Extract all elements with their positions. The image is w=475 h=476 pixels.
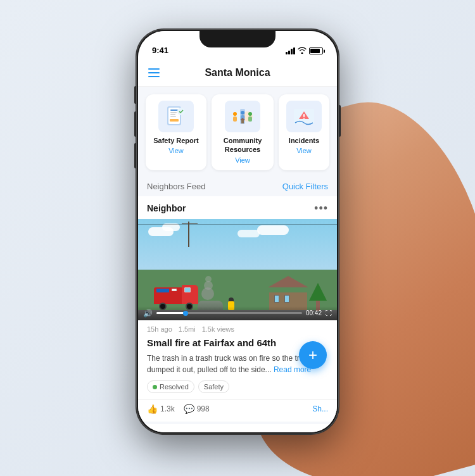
post-author: Neighbor — [147, 203, 186, 213]
svg-point-13 — [241, 111, 244, 115]
incidents-card[interactable]: Incidents View — [279, 94, 329, 170]
signal-icon — [286, 47, 295, 54]
svg-rect-21 — [303, 114, 305, 117]
video-controls: 🔊 00:42 ⛶ — [138, 306, 337, 320]
svg-rect-2 — [170, 110, 178, 111]
community-resources-card[interactable]: Community Resources View — [212, 94, 274, 170]
video-scene — [138, 219, 337, 320]
svg-rect-16 — [248, 116, 252, 122]
svg-point-22 — [303, 118, 305, 119]
comment-count: 998 — [197, 404, 210, 413]
fab-button[interactable]: + — [299, 341, 327, 369]
feed-section: Neighbors Feed Quick Filters Neighbor ••… — [138, 175, 337, 432]
second-post-author: Neighbor — [147, 431, 186, 432]
volume-down-button — [134, 143, 136, 168]
cloud — [238, 230, 260, 237]
menu-button[interactable] — [148, 68, 160, 77]
post-time: 15h ago — [147, 325, 172, 333]
truck-cab — [182, 285, 198, 304]
house-roof — [268, 276, 308, 287]
post-header: Neighbor ••• — [138, 196, 337, 219]
comment-button[interactable]: 💬 998 — [184, 404, 210, 414]
like-count: 1.3k — [160, 404, 175, 413]
thumbs-up-icon: 👍 — [147, 404, 158, 414]
svg-rect-4 — [170, 114, 175, 115]
tree-top — [309, 283, 327, 301]
comment-icon: 💬 — [184, 404, 194, 414]
incidents-link[interactable]: View — [296, 147, 312, 154]
post-actions: 👍 1.3k 💬 998 Sh... — [138, 399, 337, 422]
second-post-more-button[interactable]: ••• — [314, 430, 328, 432]
second-post-header: Neighbor ••• — [138, 424, 337, 432]
quick-filters-button[interactable]: Quick Filters — [282, 182, 328, 191]
progress-dot — [183, 311, 188, 316]
top-navigation: Santa Monica — [138, 59, 337, 87]
safety-report-link[interactable]: View — [168, 147, 184, 154]
battery-icon — [309, 47, 323, 54]
safety-tag[interactable]: Safety — [198, 380, 229, 393]
post-video[interactable]: 🔊 00:42 ⛶ — [138, 219, 337, 320]
incidents-title: Incidents — [289, 136, 319, 145]
power-button — [339, 105, 341, 137]
feed-header: Neighbors Feed Quick Filters — [138, 175, 337, 196]
safety-report-icon — [158, 101, 194, 132]
phone-screen: 9:41 — [138, 31, 337, 432]
svg-rect-6 — [170, 119, 179, 122]
phone-frame: 9:41 — [136, 29, 339, 434]
status-icons — [286, 47, 323, 55]
resolved-dot — [153, 385, 157, 389]
svg-rect-17 — [241, 120, 244, 123]
svg-point-15 — [248, 112, 252, 116]
sky — [138, 219, 337, 275]
volume-icon[interactable]: 🔊 — [143, 309, 153, 318]
video-progress-bar[interactable] — [156, 312, 302, 314]
phone-mockup: 9:41 — [136, 29, 339, 434]
share-button[interactable]: Sh... — [312, 404, 328, 413]
svg-rect-3 — [170, 112, 177, 113]
post-meta: 15h ago 1.5mi 1.5k views — [138, 320, 337, 335]
mute-button — [134, 86, 136, 104]
add-icon: + — [308, 348, 317, 363]
fullscreen-icon[interactable]: ⛶ — [326, 310, 332, 316]
resolved-tag[interactable]: Resolved — [147, 380, 194, 393]
progress-fill — [156, 312, 186, 314]
svg-point-11 — [233, 112, 237, 116]
video-time: 00:42 — [306, 310, 322, 316]
wifi-icon — [298, 47, 307, 55]
feature-cards-section: Safety Report View — [138, 87, 337, 175]
post-tags: Resolved Safety — [138, 380, 337, 399]
app-content: Santa Monica — [138, 59, 337, 432]
like-button[interactable]: 👍 1.3k — [147, 404, 175, 414]
more-options-button[interactable]: ••• — [314, 203, 328, 214]
safety-report-card[interactable]: Safety Report View — [146, 94, 206, 170]
cloud — [257, 225, 289, 235]
safety-report-title: Safety Report — [153, 136, 199, 145]
svg-rect-5 — [170, 116, 176, 117]
community-resources-icon — [225, 101, 260, 132]
post-views: 1.5k views — [202, 325, 234, 333]
post-distance: 1.5mi — [179, 325, 196, 333]
power-pole-arm — [182, 223, 198, 225]
power-line — [138, 224, 337, 225]
feed-title: Neighbors Feed — [147, 182, 206, 191]
power-pole — [188, 222, 189, 247]
notch — [200, 31, 276, 47]
incidents-icon — [286, 101, 322, 132]
safety-label: Safety — [204, 383, 224, 391]
volume-up-button — [134, 111, 136, 137]
resolved-label: Resolved — [160, 383, 189, 391]
community-resources-link[interactable]: View — [235, 156, 250, 164]
page-title: Santa Monica — [205, 67, 270, 78]
status-time: 9:41 — [152, 46, 168, 55]
post-card: Neighbor ••• — [138, 196, 337, 422]
svg-rect-12 — [233, 116, 237, 122]
community-resources-title: Community Resources — [218, 136, 267, 154]
